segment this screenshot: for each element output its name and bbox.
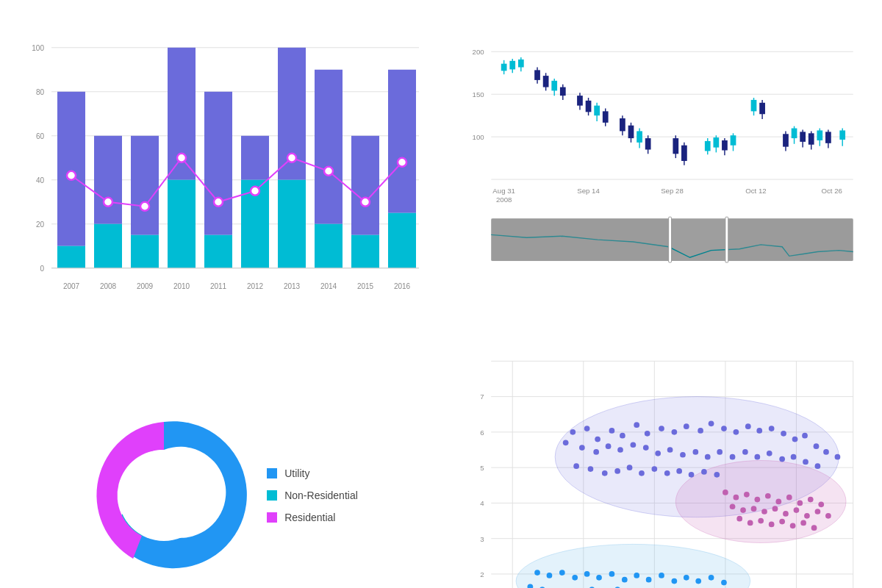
svg-point-230: [596, 574, 602, 580]
svg-point-232: [622, 576, 628, 582]
svg-point-126: [595, 436, 600, 442]
line-dot-2014: [324, 167, 333, 176]
bar-bottom-2014: [315, 224, 343, 268]
svg-point-160: [754, 453, 760, 459]
svg-rect-59: [645, 138, 651, 149]
candlestick-chart: 200 150 100: [441, 0, 882, 331]
svg-rect-37: [534, 70, 540, 80]
svg-point-140: [769, 426, 775, 431]
svg-point-131: [659, 426, 664, 431]
svg-point-171: [639, 470, 645, 476]
svg-rect-61: [673, 138, 678, 154]
svg-point-157: [717, 449, 723, 455]
bar-top-2012: [241, 136, 269, 180]
svg-point-125: [584, 426, 590, 431]
svg-text:2013: 2013: [284, 282, 301, 290]
svg-rect-31: [501, 64, 507, 71]
svg-point-181: [734, 494, 739, 500]
svg-rect-51: [603, 111, 609, 122]
svg-point-149: [617, 447, 623, 453]
svg-point-170: [627, 465, 633, 470]
svg-text:80: 80: [36, 88, 45, 96]
svg-point-182: [744, 491, 750, 497]
bar-bottom-2013: [278, 180, 306, 268]
svg-point-183: [754, 496, 760, 502]
svg-point-133: [684, 423, 689, 429]
nav-handle-left[interactable]: [669, 217, 672, 262]
legend-item-residential: Residential: [267, 512, 358, 523]
svg-point-204: [779, 518, 785, 524]
svg-text:150: 150: [473, 90, 484, 98]
svg-point-202: [758, 517, 764, 523]
bar-bottom-2007: [57, 246, 85, 268]
svg-point-155: [692, 449, 698, 455]
svg-text:100: 100: [32, 44, 44, 52]
donut-hole: [118, 450, 209, 541]
nav-handle-right[interactable]: [725, 217, 728, 262]
svg-point-146: [579, 445, 585, 451]
svg-point-233: [634, 573, 639, 578]
svg-point-161: [767, 450, 772, 456]
svg-point-240: [721, 579, 727, 585]
svg-point-185: [775, 498, 781, 504]
svg-point-156: [705, 453, 711, 459]
svg-point-236: [672, 578, 678, 584]
svg-rect-43: [560, 87, 566, 96]
svg-rect-55: [628, 126, 634, 138]
svg-point-128: [620, 432, 625, 438]
svg-point-187: [797, 500, 803, 506]
svg-rect-81: [800, 132, 806, 142]
svg-point-177: [714, 471, 720, 477]
svg-point-200: [736, 515, 742, 521]
svg-point-229: [584, 571, 590, 577]
svg-point-179: [835, 453, 841, 459]
bar-top-2016: [388, 70, 416, 213]
svg-point-190: [730, 503, 736, 509]
svg-point-165: [815, 463, 821, 469]
legend-label-utility: Utility: [284, 467, 309, 479]
svg-point-237: [684, 574, 689, 580]
svg-text:2: 2: [480, 570, 484, 578]
svg-text:100: 100: [473, 133, 484, 141]
svg-point-234: [646, 576, 652, 582]
svg-point-148: [606, 443, 612, 449]
svg-point-196: [794, 507, 800, 513]
svg-rect-79: [792, 129, 797, 139]
svg-point-172: [651, 466, 657, 472]
svg-point-169: [614, 468, 620, 474]
svg-point-206: [800, 520, 806, 526]
svg-point-176: [701, 469, 707, 475]
line-dot-2008: [104, 198, 112, 207]
svg-point-225: [534, 570, 540, 576]
svg-point-199: [825, 512, 831, 518]
svg-text:Oct 12: Oct 12: [745, 187, 766, 195]
legend-color-nonresidential: [267, 490, 277, 501]
svg-point-130: [645, 430, 650, 436]
donut-legend: Utility Non-Residential Residential: [267, 467, 358, 523]
svg-rect-57: [637, 131, 642, 142]
bar-bottom-2008: [94, 224, 122, 268]
svg-rect-67: [713, 137, 719, 148]
svg-rect-96: [491, 218, 668, 261]
svg-text:4: 4: [480, 499, 484, 507]
svg-point-129: [634, 422, 639, 428]
legend-item-nonresidential: Non-Residential: [267, 490, 358, 501]
svg-point-191: [740, 507, 746, 513]
svg-point-175: [689, 471, 695, 477]
svg-point-153: [667, 447, 673, 453]
bar-top-2014: [315, 70, 343, 224]
svg-point-228: [572, 574, 578, 580]
svg-point-154: [680, 451, 686, 457]
svg-rect-77: [783, 134, 789, 146]
bar-top-2008: [94, 136, 122, 224]
svg-text:6: 6: [480, 428, 484, 436]
svg-text:7: 7: [480, 392, 484, 401]
svg-rect-69: [722, 140, 728, 151]
svg-point-164: [803, 459, 808, 465]
svg-rect-83: [808, 133, 814, 144]
bar-top-2015: [351, 136, 379, 235]
svg-point-195: [783, 511, 789, 517]
svg-point-135: [709, 420, 714, 426]
line-dot-2013: [287, 154, 296, 162]
svg-point-136: [721, 426, 727, 431]
